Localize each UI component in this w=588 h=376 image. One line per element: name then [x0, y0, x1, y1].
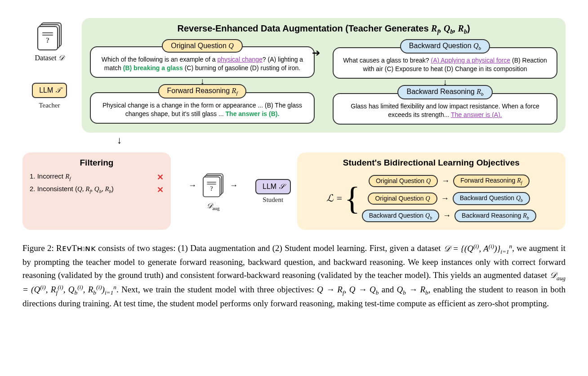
arrow-right-icon: → [230, 181, 238, 190]
student-chip: LLM 𝒮 [255, 179, 291, 194]
obj-to: Backward Reasoning Rb [454, 210, 536, 223]
backward-question-pill: Backward Question Qb [400, 39, 490, 54]
arrow-right-icon: → [188, 181, 196, 190]
dataset-label: Dataset 𝒟 [35, 54, 64, 62]
objectives-list: Original Question Q → Forward Reasoning … [362, 172, 536, 224]
arrow-down-icon: ↓ [117, 134, 566, 146]
backward-reasoning-pill: Backward Reasoning Rb [397, 85, 492, 99]
forward-reasoning-pill: Forward Reasoning Rf [158, 84, 247, 98]
obj-from: Backward Question Qb [362, 210, 439, 223]
obj-from: Original Question Q [368, 192, 437, 205]
obj-to: Forward Reasoning Rf [453, 175, 529, 188]
filtering-title: Filtering [30, 158, 164, 168]
brace-icon: { [344, 184, 360, 213]
teacher-chip: LLM 𝒯 [32, 83, 67, 98]
objective-row: Original Question Q → Backward Question … [362, 192, 536, 205]
augmentation-title: Reverse-Enhanced Data Augmentation (Teac… [90, 23, 557, 36]
original-question-pill: Original Question Q [162, 39, 243, 53]
dataset-icon: ? [37, 22, 62, 50]
x-icon: ✕ [157, 172, 164, 182]
augmentation-panel: Reverse-Enhanced Data Augmentation (Teac… [82, 18, 566, 133]
obj-from: Original Question Q [369, 175, 438, 187]
diagram: ? Dataset 𝒟 LLM 𝒯 Teacher Reverse-Enhanc… [22, 18, 566, 230]
mid-flow: → ? → 𝒟aug [177, 152, 249, 230]
objectives-title: Student's Bidirectional Learning Objecti… [305, 158, 557, 168]
arrow-right-icon: → [443, 211, 451, 220]
objective-row: Backward Question Qb → Backward Reasonin… [362, 210, 536, 223]
objectives-panel: Student's Bidirectional Learning Objecti… [297, 152, 566, 230]
obj-to: Backward Question Qb [453, 192, 530, 205]
daug-label: 𝒟aug [206, 202, 219, 211]
loss-symbol: ℒ = [326, 192, 343, 204]
arrow-right-icon: → [441, 176, 450, 186]
student-sublabel: Student [263, 196, 283, 204]
arrow-right-icon: ➔ [312, 47, 320, 59]
arrow-right-icon: → [441, 194, 449, 203]
filtering-panel: Filtering 1. Incorrect Rf ✕ 2. Inconsist… [22, 152, 171, 230]
teacher-sublabel: Teacher [39, 102, 60, 109]
figure-caption: Figure 2: RᴇᴠTʜɪɴᴋ consists of two stage… [22, 242, 566, 310]
backward-column: Backward Question Qb What causes a glass… [333, 39, 557, 125]
forward-column: Original Question Q Which of the followi… [90, 39, 315, 125]
x-icon: ✕ [157, 185, 164, 195]
filter-rule-2: 2. Inconsistent (Q, Rf, Qb, Rb) ✕ [30, 185, 164, 195]
augmented-dataset-icon: ? [203, 174, 223, 197]
figure: ? Dataset 𝒟 LLM 𝒯 Teacher Reverse-Enhanc… [22, 18, 566, 310]
method-name: RᴇᴠTʜɪɴᴋ [56, 244, 96, 253]
filter-rule-1: 1. Incorrect Rf ✕ [30, 172, 164, 182]
objective-row: Original Question Q → Forward Reasoning … [362, 175, 536, 188]
left-sidebar: ? Dataset 𝒟 LLM 𝒯 Teacher [22, 18, 76, 109]
